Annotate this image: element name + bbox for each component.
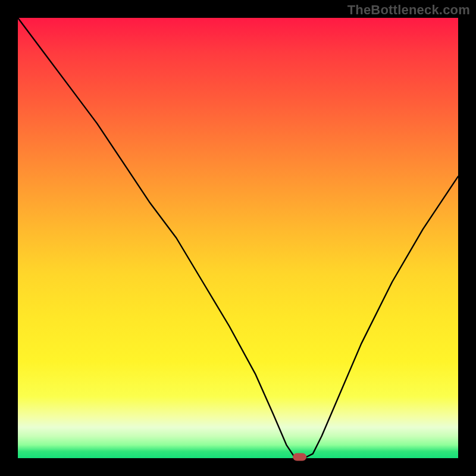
optimal-point-marker	[293, 453, 306, 461]
curve-layer	[18, 18, 458, 458]
chart-frame: TheBottleneck.com	[0, 0, 476, 476]
watermark-text: TheBottleneck.com	[347, 2, 470, 18]
plot-area	[18, 18, 458, 458]
bottleneck-curve	[18, 18, 458, 458]
